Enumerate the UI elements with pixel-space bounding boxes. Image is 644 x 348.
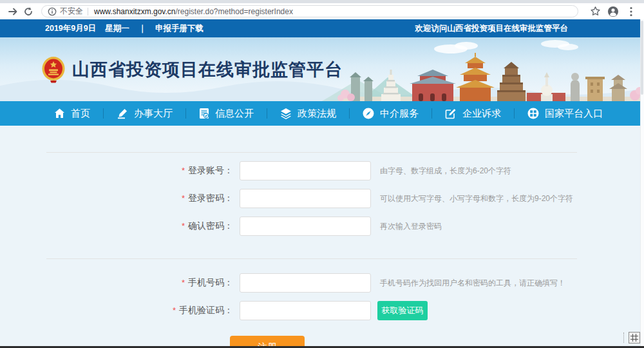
nav-divider <box>349 108 350 119</box>
ime-indicator[interactable] <box>623 332 640 343</box>
form-row-confirm-password: *确认密码： 再次输入登录密码 <box>45 217 442 236</box>
nav-item-enterprise-appeals[interactable]: 企业诉求 <box>445 108 501 120</box>
main-nav: 首页 办事大厅 信息公开 政策法规 中介服务 企业诉求 国家平台 <box>0 101 640 126</box>
field-hint: 再次输入登录密码 <box>380 221 442 232</box>
page-title: 山西省投资项目在线审批监管平台 <box>72 58 343 81</box>
field-label: *手机号码： <box>45 277 233 289</box>
national-emblem-logo <box>41 56 66 83</box>
compass-icon <box>363 108 374 119</box>
field-hint: 手机号码作为找回用户名和密码的工具，请正确填写！ <box>380 278 565 289</box>
forward-icon[interactable] <box>5 5 21 19</box>
grid-circle-icon <box>527 108 539 119</box>
field-label: *确认密码： <box>45 220 233 232</box>
required-asterisk: * <box>182 193 185 203</box>
topbar-separator: ｜ <box>138 23 146 34</box>
form-divider <box>46 258 577 259</box>
required-asterisk: * <box>173 305 176 315</box>
nav-item-service-hall[interactable]: 办事大厅 <box>117 108 173 120</box>
top-info-bar: 2019年9月9日 星期一 ｜ 申报手册下载 欢迎访问山西省投资项目在线审批监管… <box>0 19 640 37</box>
omnibox-divider <box>88 8 88 15</box>
login-account-input[interactable] <box>240 161 371 180</box>
nav-label: 首页 <box>71 108 90 120</box>
nav-divider <box>103 108 104 119</box>
profile-icon[interactable] <box>605 5 621 19</box>
form-row-phone-number: *手机号码： 手机号码作为找回用户名和密码的工具，请正确填写！ <box>45 273 565 293</box>
nav-divider <box>431 108 432 119</box>
ime-drag-handle[interactable] <box>623 333 627 343</box>
url-domain: www.shanxitzxm.gov.cn <box>94 7 176 16</box>
field-hint: 可以使用大写字母、小写字母和数字，长度为9-20个字符 <box>380 193 573 204</box>
nav-item-home[interactable]: 首页 <box>54 108 90 120</box>
form-row-login-account: *登录账号： 由字母、数字组成，长度为6-20个字符 <box>45 161 511 180</box>
register-form: *登录账号： 由字母、数字组成，长度为6-20个字符 *登录密码： 可以使用大写… <box>0 126 640 348</box>
field-label: *手机验证码： <box>45 305 233 316</box>
nav-label: 国家平台入口 <box>545 108 603 120</box>
form-row-login-password: *登录密码： 可以使用大写字母、小写字母和数字，长度为9-20个字符 <box>45 189 573 208</box>
required-asterisk: * <box>182 166 185 175</box>
url-bar[interactable]: 不安全 www.shanxitzxm.gov.cn/register.do?me… <box>41 5 578 17</box>
welcome-text: 欢迎访问山西省投资项目在线审批监管平台 <box>415 23 569 34</box>
form-row-sms-code: *手机验证码： 获取验证码 <box>45 301 428 320</box>
nav-divider <box>185 108 186 119</box>
nav-item-info-disclosure[interactable]: 信息公开 <box>199 108 254 120</box>
url-path: /register.do?method=registerIndex <box>176 7 293 16</box>
required-asterisk: * <box>182 221 185 231</box>
page-scrollbar[interactable] <box>640 19 644 348</box>
nav-label: 企业诉求 <box>462 108 501 120</box>
browser-toolbar: 不安全 www.shanxitzxm.gov.cn/register.do?me… <box>0 3 644 19</box>
field-label: *登录密码： <box>45 193 233 204</box>
edit-square-icon <box>445 108 457 119</box>
required-asterisk: * <box>182 278 185 287</box>
field-label: *登录账号： <box>45 165 233 177</box>
nav-item-policies[interactable]: 政策法规 <box>280 108 336 120</box>
bookmark-star-icon[interactable] <box>587 5 603 19</box>
confirm-password-input[interactable] <box>240 217 371 236</box>
reload-icon[interactable] <box>21 5 36 19</box>
scrollbar-thumb[interactable] <box>641 21 643 95</box>
ime-grid-icon[interactable] <box>629 332 640 343</box>
manual-download-link[interactable]: 申报手册下载 <box>155 23 204 34</box>
field-hint: 由字母、数字组成，长度为6-20个字符 <box>380 166 511 177</box>
home-icon <box>54 108 65 119</box>
nav-label: 政策法规 <box>298 108 336 120</box>
info-icon[interactable] <box>48 7 57 16</box>
page-viewport: 2019年9月9日 星期一 ｜ 申报手册下载 欢迎访问山西省投资项目在线审批监管… <box>0 19 640 348</box>
phone-number-input[interactable] <box>240 273 371 293</box>
nav-label: 信息公开 <box>215 108 254 120</box>
layers-icon <box>280 108 292 119</box>
security-label: 不安全 <box>60 6 83 17</box>
date-text: 2019年9月9日 <box>45 23 96 34</box>
nav-label: 中介服务 <box>380 108 419 120</box>
document-check-icon <box>199 108 209 119</box>
nav-item-intermediary-services[interactable]: 中介服务 <box>363 108 419 120</box>
sms-code-input[interactable] <box>240 301 371 320</box>
nav-item-national-platform[interactable]: 国家平台入口 <box>527 108 603 120</box>
nav-divider <box>514 108 515 119</box>
form-divider <box>46 152 577 153</box>
site-banner: 山西省投资项目在线审批监管平台 <box>0 37 640 101</box>
get-code-button[interactable]: 获取验证码 <box>377 301 428 320</box>
weekday-text: 星期一 <box>105 23 129 34</box>
nav-divider <box>267 108 267 119</box>
url-text: www.shanxitzxm.gov.cn/register.do?method… <box>94 7 293 16</box>
menu-dots-icon[interactable] <box>623 5 639 19</box>
login-password-input[interactable] <box>240 189 371 208</box>
pen-icon <box>117 108 128 119</box>
nav-label: 办事大厅 <box>134 108 173 120</box>
